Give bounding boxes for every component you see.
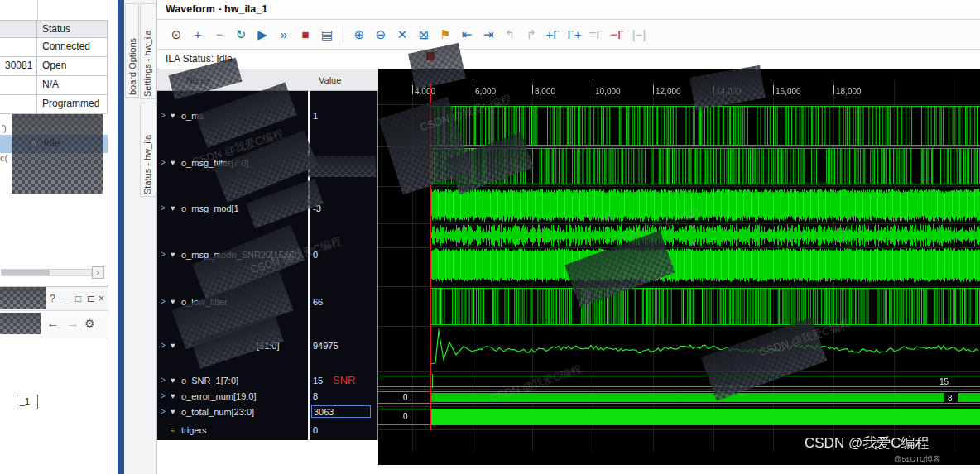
signal-row[interactable]: >♥o_error_num[19:0]8 <box>157 390 378 405</box>
help-icon[interactable]: ? <box>50 293 55 304</box>
trigger-probe-icon: ≈ <box>171 425 175 434</box>
table-cell[interactable] <box>0 76 37 95</box>
signal-value: 0 <box>313 425 374 435</box>
waveform-title: Waveform - hw_ila_1 <box>166 3 267 15</box>
probe-icon: ♥ <box>171 407 175 416</box>
side-tab-strip: board OptionsSettings - hw_ilaStatus - h… <box>124 0 157 474</box>
probe-icon: ♥ <box>171 391 175 400</box>
restart-trigger-icon[interactable]: ↻ <box>233 26 249 44</box>
run-immediate-icon[interactable]: » <box>276 26 292 44</box>
swap-prev-icon[interactable]: ↰ <box>502 26 518 44</box>
signal-value[interactable]: 3063 <box>311 405 371 418</box>
table-gridline <box>37 0 38 20</box>
remove-marker-icon[interactable]: −Γ <box>609 26 626 44</box>
signal-name: o_msg_mod[1 <box>181 203 239 213</box>
censor-blur-patch <box>308 156 376 177</box>
span-markers-icon[interactable]: |−| <box>631 26 647 44</box>
remove-probe-icon[interactable]: − <box>211 26 228 44</box>
signal-value: 1 <box>313 111 374 121</box>
text-fragment: c( <box>0 153 7 163</box>
snr-annotation: SNR <box>333 374 355 386</box>
probe-icon: ♥ <box>171 376 175 385</box>
expand-arrow-icon[interactable]: > <box>161 376 166 385</box>
zoom-out-icon[interactable]: ⊖ <box>372 26 389 44</box>
signal-row[interactable]: ≈trigers0 <box>157 423 378 439</box>
probe-icon: ♥ <box>171 158 175 167</box>
table-cell[interactable]: Connected <box>37 38 108 57</box>
table-cell[interactable]: 30081 ( <box>0 57 37 76</box>
close-icon[interactable]: × <box>98 293 104 304</box>
table-cell[interactable] <box>0 38 37 57</box>
gear-icon[interactable]: ⚙ <box>84 317 95 330</box>
side-tab-label[interactable]: Status - hw_ila <box>142 135 152 194</box>
table-cell[interactable]: Programmed <box>37 95 108 114</box>
waveform-display[interactable] <box>378 69 980 465</box>
goto-trigger-icon[interactable]: ⚑ <box>437 26 454 44</box>
table-cell[interactable] <box>0 95 37 114</box>
stop-trigger-icon[interactable]: ■ <box>297 26 314 44</box>
zoom-selection-icon[interactable]: ⊠ <box>416 26 432 44</box>
side-tab-label[interactable]: Settings - hw_ila <box>142 30 152 97</box>
forward-arrow-icon[interactable]: → <box>66 316 79 331</box>
probe-icon: ♥ <box>171 111 175 120</box>
expand-arrow-icon[interactable]: > <box>161 158 166 167</box>
zoom-in-icon[interactable]: ⊕ <box>351 26 368 44</box>
back-arrow-icon[interactable]: ← <box>46 316 60 331</box>
expand-arrow-icon[interactable]: > <box>161 391 166 400</box>
float-icon[interactable]: ⊏ <box>87 293 95 304</box>
signal-row[interactable]: >♥o_total_num[23:0]3063 <box>157 405 378 420</box>
probe-icon: ♥ <box>171 203 175 213</box>
prev-transition-icon[interactable]: ⇤ <box>459 26 475 44</box>
next-transition-icon[interactable]: ⇥ <box>480 26 497 44</box>
scroll-right-button[interactable]: › <box>92 266 104 279</box>
run-trigger-icon[interactable]: ▶ <box>254 26 271 44</box>
panel-divider-bar[interactable] <box>118 0 124 474</box>
table-cell[interactable]: N/A <box>37 76 108 95</box>
table-header-cell <box>0 20 37 38</box>
maximize-icon[interactable]: □ <box>75 293 81 304</box>
signal-value: 8 <box>313 391 374 401</box>
probe-icon: ♥ <box>171 341 175 350</box>
marker-add-icon[interactable]: Γ+ <box>566 26 583 44</box>
text-fragment: ') <box>2 123 7 133</box>
table-cell[interactable]: Open <box>37 57 108 76</box>
expand-arrow-icon[interactable]: > <box>161 341 166 350</box>
search-icon[interactable]: ⊙ <box>168 26 185 44</box>
zoom-fit-icon[interactable]: ✕ <box>394 26 411 44</box>
censor-blur-patch <box>12 114 103 194</box>
expand-arrow-icon[interactable]: > <box>161 297 166 306</box>
text-field[interactable]: _1 <box>17 395 38 409</box>
waveform-toolbar: ⊙+−↻▶»■▤⊕⊖✕⊠⚑⇤⇥↰↱+ΓΓ+=Γ−Γ|−| <box>157 20 980 50</box>
watermark-text: CSDN @我爱C编程 <box>805 433 929 452</box>
signal-value: 94975 <box>313 341 374 351</box>
censor-blur-patch <box>0 287 46 309</box>
swap-next-icon[interactable]: ↱ <box>523 26 540 44</box>
expand-arrow-icon[interactable]: > <box>161 203 166 213</box>
add-probe-icon[interactable]: + <box>190 26 206 44</box>
censor-blur-patch <box>0 313 41 334</box>
signal-name: trigers <box>181 425 207 435</box>
probe-icon: ♥ <box>171 250 175 259</box>
expand-arrow-icon[interactable]: > <box>161 407 166 416</box>
vivado-window: StatusConnected30081 (OpenN/AProgrammed … <box>0 0 980 474</box>
value-column-header[interactable]: Value <box>319 75 341 85</box>
link-marker-icon[interactable]: =Γ <box>588 26 604 44</box>
ila-status-bar: ILA Status: Idle <box>157 50 980 69</box>
hardware-panel: StatusConnected30081 (OpenN/AProgrammed … <box>0 0 108 474</box>
probe-icon: ♥ <box>171 297 175 306</box>
add-marker-icon[interactable]: +Γ <box>545 26 561 44</box>
side-tab-label[interactable]: board Options <box>127 38 137 95</box>
horizontal-scrollbar[interactable] <box>1 269 92 276</box>
toolbar-separator <box>343 26 343 43</box>
signal-name: o_SNR_1[7:0] <box>181 376 238 385</box>
minimize-icon[interactable]: _ <box>64 293 70 304</box>
signal-value: -3 <box>313 203 374 213</box>
signal-value: 66 <box>313 297 374 307</box>
expand-arrow-icon[interactable]: > <box>161 250 166 259</box>
expand-arrow-icon[interactable]: > <box>161 111 166 120</box>
export-data-icon[interactable]: ▤ <box>319 26 335 44</box>
table-header-cell: Status <box>37 20 108 38</box>
scrollbar-thumb[interactable] <box>2 270 50 275</box>
signal-name: o_error_num[19:0] <box>181 391 257 401</box>
waveform-titlebar[interactable]: Waveform - hw_ila_1 <box>157 0 980 20</box>
